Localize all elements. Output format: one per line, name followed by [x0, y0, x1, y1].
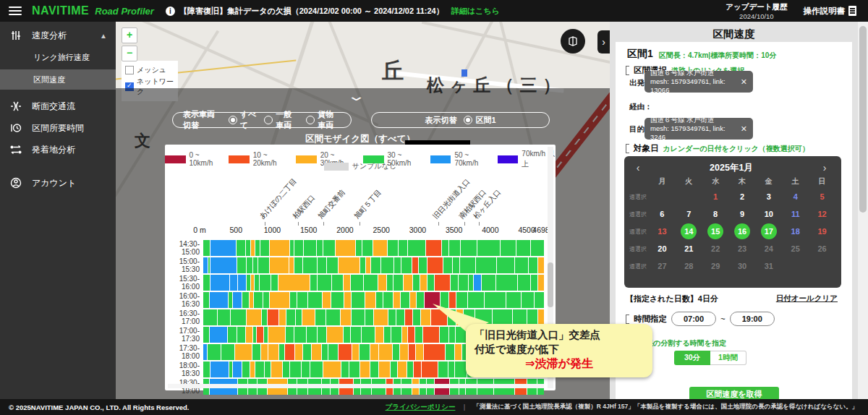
week-select-button[interactable]: 週選択 — [627, 193, 649, 201]
split-1hour-button[interactable]: 1時間 — [710, 351, 746, 365]
calendar-day[interactable]: 21 — [676, 244, 702, 253]
calendar-day[interactable]: 23 — [729, 244, 756, 253]
calendar-day[interactable]: 1 — [702, 192, 729, 201]
calendar-day[interactable]: 18 — [782, 227, 809, 236]
week-select-button[interactable]: 週選択 — [627, 228, 649, 236]
mosaic-segment — [360, 257, 366, 273]
notice-details-link[interactable]: 詳細はこちら — [451, 6, 500, 17]
to-link-chip[interactable]: 国道６号線 水戸街道mesh: 1579349761, link: 3246 ✕ — [644, 118, 753, 140]
calendar-month-label: 2025年1月 — [649, 162, 814, 174]
calendar-day[interactable]: 12 — [809, 210, 835, 218]
mosaic-segment — [352, 309, 364, 325]
calendar-day[interactable]: 9 — [729, 210, 756, 218]
split-30min-button[interactable]: 30分 — [674, 351, 710, 365]
calendar-day[interactable]: 5 — [809, 192, 835, 201]
calendar-day[interactable]: 11 — [782, 210, 809, 218]
calendar-day[interactable]: 4 — [782, 192, 809, 201]
week-select-button[interactable]: 週選択 — [627, 245, 649, 253]
calendar-day[interactable]: 24 — [755, 244, 782, 253]
time-to-input[interactable] — [730, 312, 775, 326]
radio-all-vehicles[interactable]: すべて — [229, 109, 258, 131]
week-select-button[interactable]: 週選択 — [627, 262, 649, 270]
calendar-day[interactable]: 2 — [729, 192, 756, 201]
radio-general-vehicles[interactable]: 一般車両 — [264, 109, 299, 131]
calendar-day[interactable]: 31 — [755, 262, 782, 270]
mosaic-segment — [427, 257, 443, 273]
x-axis-tick: 3500 — [446, 226, 462, 234]
sidebar-item-link-travel-speed[interactable]: リンク旅行速度 — [0, 48, 116, 67]
sidebar-item-od-analysis[interactable]: 発着地分析 — [0, 139, 116, 161]
mesh-checkbox[interactable] — [125, 66, 134, 74]
zoom-in-button[interactable]: + — [122, 27, 137, 43]
manual-link[interactable]: 操作説明書 — [804, 6, 857, 17]
calendar-day[interactable]: 10 — [755, 210, 782, 218]
calendar-day[interactable]: 3 — [755, 192, 782, 201]
calendar-day[interactable]: 13 — [649, 227, 676, 236]
calendar-day[interactable]: 16 — [729, 223, 756, 239]
sidebar-item-cross-section-flow[interactable]: 断面交通流 — [0, 95, 116, 117]
calendar-hint: カレンダーの日付をクリック（複数選択可） — [663, 144, 809, 154]
calendar-weekdays: 月火水木金土日 — [627, 175, 835, 188]
mosaic-segment — [237, 327, 245, 343]
radio-section1[interactable]: 区間1 — [464, 115, 495, 126]
calendar-day[interactable]: 26 — [809, 244, 835, 253]
view-toggle-group: 表示切替 区間1 — [371, 112, 550, 128]
calendar-day[interactable]: 6 — [649, 210, 676, 218]
sidebar-item-section-travel-time[interactable]: 区間所要時間 — [0, 117, 116, 139]
radio-freight-vehicles[interactable]: 貨物車両 — [306, 109, 341, 131]
calendar-day[interactable]: 7 — [676, 210, 702, 218]
mosaic-segment — [210, 327, 227, 343]
calendar-day[interactable]: 15 — [702, 223, 729, 239]
mosaic-segment — [529, 257, 537, 273]
mosaic-segment — [453, 257, 459, 273]
close-icon[interactable]: ✕ — [738, 124, 747, 134]
calendar-day[interactable]: 19 — [809, 227, 835, 236]
mosaic-segment — [304, 240, 316, 256]
calendar-next-button[interactable]: › — [814, 162, 835, 174]
calendar-day[interactable]: 30 — [729, 262, 756, 270]
overlay-collapse-chevron[interactable]: ⌄ — [346, 88, 366, 104]
map-style-button[interactable] — [561, 29, 585, 54]
hamburger-menu-icon[interactable] — [9, 7, 22, 15]
close-icon[interactable]: ✕ — [738, 77, 747, 87]
week-select-button[interactable]: 週選択 — [627, 210, 649, 218]
mosaic-segment — [294, 240, 302, 256]
calendar-day[interactable]: 8 — [702, 210, 729, 218]
time-from-input[interactable] — [671, 312, 716, 326]
sidebar-item-account[interactable]: アカウント — [0, 172, 116, 194]
calendar-day[interactable]: 14 — [676, 223, 702, 239]
update-history[interactable]: アップデート履歴 2024/10/10 — [726, 2, 787, 20]
scrollbar-thumb[interactable] — [548, 262, 553, 307]
mosaic-segment — [302, 361, 310, 377]
mosaic-segment — [268, 344, 278, 360]
mosaic-strip — [203, 309, 544, 325]
mosaic-segment — [270, 292, 289, 308]
mosaic-segment — [302, 309, 315, 325]
mosaic-segment — [417, 292, 424, 308]
clear-dates-link[interactable]: 日付オールクリア — [776, 294, 838, 304]
scrollbar-thumb[interactable] — [859, 26, 867, 213]
calendar-day[interactable]: 20 — [649, 244, 676, 253]
panel-collapse-tab[interactable]: › — [597, 30, 610, 54]
mosaic-row: 15:30-16:00 — [168, 275, 544, 291]
calendar-day[interactable]: 25 — [782, 244, 809, 253]
calendar-day[interactable]: 27 — [649, 262, 676, 270]
privacy-policy-link[interactable]: プライバシーポリシー — [386, 403, 456, 412]
calendar-day[interactable]: 28 — [676, 262, 702, 270]
calendar-day[interactable]: 22 — [702, 244, 729, 253]
from-link-chip[interactable]: 国道６号線 水戸街道mesh: 1579349761, link: 13066 … — [644, 71, 753, 93]
mosaic-segment — [364, 275, 378, 291]
mosaic-segment — [513, 309, 527, 325]
mosaic-segment — [460, 257, 475, 273]
calendar-day[interactable]: 29 — [702, 262, 729, 270]
mosaic-segment — [250, 292, 253, 308]
calendar-day[interactable]: 17 — [755, 223, 782, 239]
mosaic-segment — [469, 275, 473, 291]
calendar-prev-button[interactable]: ‹ — [627, 162, 649, 174]
layer-mesh[interactable]: メッシュ — [125, 65, 174, 75]
sidebar-item-section-speed[interactable]: 区間速度 — [0, 69, 116, 90]
mosaic-segment — [365, 309, 373, 325]
fetch-section-speed-button[interactable]: 区間速度を取得 — [689, 387, 779, 399]
sidebar-item-speed-analysis[interactable]: 速度分析 ▲ — [0, 26, 116, 45]
zoom-out-button[interactable]: − — [122, 46, 137, 61]
